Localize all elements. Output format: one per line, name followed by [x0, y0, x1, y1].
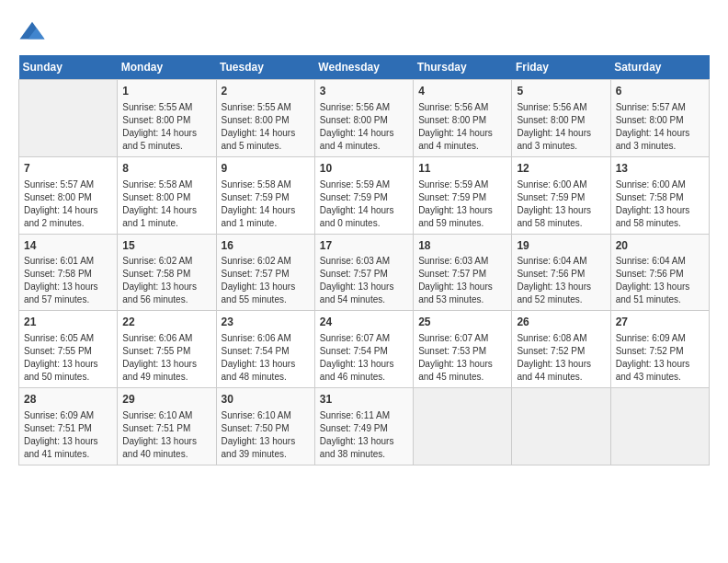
day-cell: 2Sunrise: 5:55 AMSunset: 8:00 PMDaylight…	[216, 80, 314, 157]
day-info: Sunrise: 6:04 AMSunset: 7:56 PMDaylight:…	[616, 255, 704, 306]
week-row-1: 1Sunrise: 5:55 AMSunset: 8:00 PMDaylight…	[19, 80, 710, 157]
day-number: 24	[320, 315, 408, 330]
day-info: Sunrise: 5:55 AMSunset: 8:00 PMDaylight:…	[222, 101, 310, 153]
header-saturday: Saturday	[610, 55, 709, 80]
day-number: 6	[616, 84, 704, 99]
day-cell: 23Sunrise: 6:06 AMSunset: 7:54 PMDayligh…	[216, 311, 314, 388]
day-info: Sunrise: 6:09 AMSunset: 7:52 PMDaylight:…	[616, 332, 704, 384]
day-cell: 26Sunrise: 6:08 AMSunset: 7:52 PMDayligh…	[512, 311, 610, 388]
day-cell: 1Sunrise: 5:55 AMSunset: 8:00 PMDaylight…	[118, 80, 216, 157]
week-row-5: 28Sunrise: 6:09 AMSunset: 7:51 PMDayligh…	[19, 388, 710, 465]
day-number: 16	[222, 238, 310, 254]
day-info: Sunrise: 5:56 AMSunset: 8:00 PMDaylight:…	[517, 101, 605, 153]
day-number: 17	[320, 238, 408, 254]
day-cell: 16Sunrise: 6:02 AMSunset: 7:57 PMDayligh…	[216, 234, 314, 311]
day-cell: 22Sunrise: 6:06 AMSunset: 7:55 PMDayligh…	[118, 311, 216, 388]
day-number: 22	[122, 315, 210, 330]
header-monday: Monday	[118, 55, 216, 80]
day-info: Sunrise: 6:07 AMSunset: 7:53 PMDaylight:…	[418, 332, 506, 384]
day-info: Sunrise: 6:03 AMSunset: 7:57 PMDaylight:…	[418, 255, 506, 306]
day-number: 30	[222, 392, 310, 408]
day-number: 9	[222, 161, 310, 177]
day-number: 13	[616, 161, 704, 177]
day-number: 3	[320, 84, 408, 99]
day-number: 12	[517, 161, 605, 177]
day-info: Sunrise: 5:55 AMSunset: 8:00 PMDaylight:…	[122, 101, 210, 153]
page-header	[18, 18, 710, 46]
day-cell: 15Sunrise: 6:02 AMSunset: 7:58 PMDayligh…	[118, 234, 216, 311]
day-cell: 20Sunrise: 6:04 AMSunset: 7:56 PMDayligh…	[610, 234, 709, 311]
day-cell: 21Sunrise: 6:05 AMSunset: 7:55 PMDayligh…	[19, 311, 118, 388]
day-cell: 31Sunrise: 6:11 AMSunset: 7:49 PMDayligh…	[314, 388, 413, 465]
day-cell: 10Sunrise: 5:59 AMSunset: 7:59 PMDayligh…	[314, 156, 413, 234]
day-number: 20	[616, 238, 704, 254]
day-number: 4	[418, 84, 506, 99]
day-cell: 18Sunrise: 6:03 AMSunset: 7:57 PMDayligh…	[414, 234, 512, 311]
day-info: Sunrise: 5:59 AMSunset: 7:59 PMDaylight:…	[418, 178, 506, 230]
day-info: Sunrise: 6:01 AMSunset: 7:58 PMDaylight:…	[24, 255, 112, 306]
day-info: Sunrise: 5:58 AMSunset: 8:00 PMDaylight:…	[122, 178, 210, 230]
logo	[18, 18, 50, 46]
calendar-header: SundayMondayTuesdayWednesdayThursdayFrid…	[19, 55, 710, 80]
day-number: 15	[122, 238, 210, 254]
day-cell: 19Sunrise: 6:04 AMSunset: 7:56 PMDayligh…	[512, 234, 610, 311]
week-row-2: 7Sunrise: 5:57 AMSunset: 8:00 PMDaylight…	[19, 156, 710, 234]
day-cell: 4Sunrise: 5:56 AMSunset: 8:00 PMDaylight…	[414, 80, 512, 157]
day-info: Sunrise: 6:11 AMSunset: 7:49 PMDaylight:…	[320, 409, 408, 461]
day-cell: 27Sunrise: 6:09 AMSunset: 7:52 PMDayligh…	[610, 311, 709, 388]
header-wednesday: Wednesday	[314, 55, 413, 80]
header-sunday: Sunday	[19, 55, 118, 80]
day-cell	[512, 388, 610, 465]
header-thursday: Thursday	[414, 55, 512, 80]
header-row: SundayMondayTuesdayWednesdayThursdayFrid…	[19, 55, 710, 80]
day-info: Sunrise: 5:59 AMSunset: 7:59 PMDaylight:…	[320, 178, 408, 230]
day-number: 25	[418, 315, 506, 330]
day-number: 19	[517, 238, 605, 254]
day-cell: 13Sunrise: 6:00 AMSunset: 7:58 PMDayligh…	[610, 156, 709, 234]
day-number: 23	[222, 315, 310, 330]
day-number: 10	[320, 161, 408, 177]
day-cell: 6Sunrise: 5:57 AMSunset: 8:00 PMDaylight…	[610, 80, 709, 157]
day-info: Sunrise: 6:00 AMSunset: 7:59 PMDaylight:…	[517, 178, 605, 230]
day-info: Sunrise: 6:02 AMSunset: 7:57 PMDaylight:…	[222, 255, 310, 306]
day-info: Sunrise: 6:06 AMSunset: 7:54 PMDaylight:…	[222, 332, 310, 384]
day-cell: 28Sunrise: 6:09 AMSunset: 7:51 PMDayligh…	[19, 388, 118, 465]
day-cell: 24Sunrise: 6:07 AMSunset: 7:54 PMDayligh…	[314, 311, 413, 388]
day-number: 1	[122, 84, 210, 99]
day-info: Sunrise: 6:03 AMSunset: 7:57 PMDaylight:…	[320, 255, 408, 306]
day-info: Sunrise: 5:56 AMSunset: 8:00 PMDaylight:…	[320, 101, 408, 153]
day-number: 7	[24, 161, 112, 177]
day-info: Sunrise: 6:10 AMSunset: 7:50 PMDaylight:…	[222, 409, 310, 461]
header-tuesday: Tuesday	[216, 55, 314, 80]
day-cell: 8Sunrise: 5:58 AMSunset: 8:00 PMDaylight…	[118, 156, 216, 234]
day-cell: 9Sunrise: 5:58 AMSunset: 7:59 PMDaylight…	[216, 156, 314, 234]
day-info: Sunrise: 6:08 AMSunset: 7:52 PMDaylight:…	[517, 332, 605, 384]
day-info: Sunrise: 5:57 AMSunset: 8:00 PMDaylight:…	[24, 178, 112, 230]
day-number: 11	[418, 161, 506, 177]
day-info: Sunrise: 6:05 AMSunset: 7:55 PMDaylight:…	[24, 332, 112, 384]
day-cell: 5Sunrise: 5:56 AMSunset: 8:00 PMDaylight…	[512, 80, 610, 157]
day-number: 26	[517, 315, 605, 330]
day-number: 5	[517, 84, 605, 99]
day-number: 28	[24, 392, 112, 408]
day-info: Sunrise: 6:09 AMSunset: 7:51 PMDaylight:…	[24, 409, 112, 461]
day-cell	[610, 388, 709, 465]
day-cell	[414, 388, 512, 465]
day-info: Sunrise: 6:10 AMSunset: 7:51 PMDaylight:…	[122, 409, 210, 461]
day-cell: 3Sunrise: 5:56 AMSunset: 8:00 PMDaylight…	[314, 80, 413, 157]
day-info: Sunrise: 6:00 AMSunset: 7:58 PMDaylight:…	[616, 178, 704, 230]
day-info: Sunrise: 6:07 AMSunset: 7:54 PMDaylight:…	[320, 332, 408, 384]
day-number: 2	[222, 84, 310, 99]
day-info: Sunrise: 5:56 AMSunset: 8:00 PMDaylight:…	[418, 101, 506, 153]
day-cell: 30Sunrise: 6:10 AMSunset: 7:50 PMDayligh…	[216, 388, 314, 465]
day-number: 14	[24, 238, 112, 254]
calendar-table: SundayMondayTuesdayWednesdayThursdayFrid…	[18, 55, 710, 465]
day-cell: 12Sunrise: 6:00 AMSunset: 7:59 PMDayligh…	[512, 156, 610, 234]
day-cell: 7Sunrise: 5:57 AMSunset: 8:00 PMDaylight…	[19, 156, 118, 234]
day-cell	[19, 80, 118, 157]
day-number: 31	[320, 392, 408, 408]
day-info: Sunrise: 5:57 AMSunset: 8:00 PMDaylight:…	[616, 101, 704, 153]
day-number: 21	[24, 315, 112, 330]
logo-icon	[18, 18, 46, 46]
day-cell: 14Sunrise: 6:01 AMSunset: 7:58 PMDayligh…	[19, 234, 118, 311]
